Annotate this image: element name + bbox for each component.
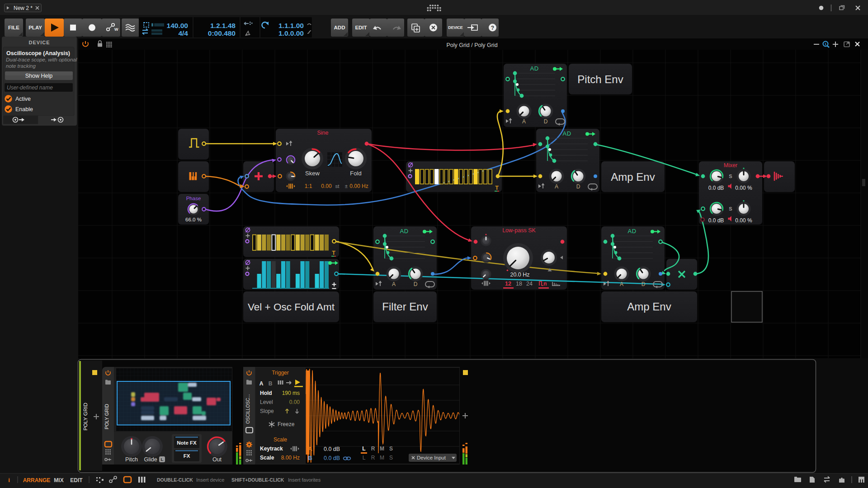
svg-text:S: S <box>389 455 393 461</box>
svg-text:Device Input: Device Input <box>417 455 446 460</box>
svg-text:DEVICE: DEVICE <box>29 40 50 45</box>
svg-text:Insert favorites: Insert favorites <box>288 477 321 483</box>
svg-text:A: A <box>259 380 264 387</box>
svg-text:Sine: Sine <box>317 130 328 136</box>
svg-text:L: L <box>362 446 365 452</box>
svg-text:A: A <box>555 183 558 190</box>
svg-text:L: L <box>363 455 366 461</box>
svg-text:190 ms: 190 ms <box>282 390 300 396</box>
svg-text:0.00 %: 0.00 % <box>735 185 752 191</box>
svg-text:T: T <box>495 185 499 191</box>
svg-text:D: D <box>576 183 580 190</box>
svg-text:Amp Env: Amp Env <box>627 300 671 313</box>
svg-text:0.00: 0.00 <box>289 399 300 405</box>
svg-text:1:1: 1:1 <box>305 183 312 189</box>
svg-text:M: M <box>380 446 384 452</box>
svg-text:Out: Out <box>212 456 222 463</box>
svg-text:B: B <box>308 455 312 461</box>
svg-text:Glide: Glide <box>144 456 157 463</box>
svg-text:OSCILLOSC...: OSCILLOSC... <box>245 394 250 424</box>
svg-text:DOUBLE-CLICK: DOUBLE-CLICK <box>157 477 193 483</box>
svg-text:Vel + Osc Fold Amt: Vel + Osc Fold Amt <box>248 301 335 313</box>
svg-text:?: ? <box>491 25 494 31</box>
svg-text:EDIT: EDIT <box>70 477 83 483</box>
svg-text:S: S <box>389 446 393 452</box>
svg-text:st: st <box>335 183 340 189</box>
svg-text:POLY GRID: POLY GRID <box>104 404 109 429</box>
svg-text:1: 1 <box>825 42 826 46</box>
svg-text:D: D <box>414 281 418 287</box>
svg-text:ARRANGE: ARRANGE <box>23 477 51 483</box>
svg-text:i: i <box>8 477 10 483</box>
svg-text:0.0 dB: 0.0 dB <box>324 446 340 452</box>
svg-text:0:00.480: 0:00.480 <box>208 29 236 37</box>
svg-text:66.0 %: 66.0 % <box>185 217 202 222</box>
svg-text:Level: Level <box>260 399 273 405</box>
svg-text:Amp Env: Amp Env <box>611 171 655 183</box>
svg-text:0.00 Hz: 0.00 Hz <box>349 183 368 189</box>
svg-text:18: 18 <box>516 281 522 287</box>
svg-text:T: T <box>332 250 335 256</box>
svg-text:24: 24 <box>526 281 533 287</box>
svg-text:POLY GRID: POLY GRID <box>83 403 88 431</box>
svg-text:M: M <box>380 455 384 461</box>
svg-text:R: R <box>371 455 375 461</box>
svg-text:Show Help: Show Help <box>25 73 52 79</box>
svg-text:SHIFT+DOUBLE-CLICK: SHIFT+DOUBLE-CLICK <box>231 477 284 483</box>
svg-text:AD: AD <box>530 65 538 72</box>
svg-text:AD: AD <box>627 228 636 235</box>
svg-text:Active: Active <box>15 96 31 102</box>
svg-text:Hold: Hold <box>260 390 272 396</box>
svg-text:20.0 Hz: 20.0 Hz <box>510 272 529 278</box>
svg-text:Freeze: Freeze <box>278 421 295 427</box>
svg-text:Note FX: Note FX <box>177 440 197 446</box>
svg-text:±: ± <box>345 183 348 189</box>
svg-text:Low-pass SK: Low-pass SK <box>502 227 536 234</box>
svg-text:AD: AD <box>562 130 571 137</box>
svg-text:W: W <box>114 27 118 32</box>
svg-text:Poly Grid / Poly Grid: Poly Grid / Poly Grid <box>446 42 497 48</box>
svg-text:1.0.0.00: 1.0.0.00 <box>278 29 304 37</box>
svg-text:Enable: Enable <box>15 106 33 113</box>
svg-text:User-defined name: User-defined name <box>7 84 53 91</box>
svg-text:Dual-trace scope, with optiona: Dual-trace scope, with optional <box>6 57 77 62</box>
svg-text:B: B <box>269 380 273 387</box>
svg-text:Skew: Skew <box>305 170 320 177</box>
svg-text:AD: AD <box>400 228 408 235</box>
svg-text:D: D <box>544 118 548 125</box>
svg-text:New 2 *: New 2 * <box>14 5 33 11</box>
svg-text:D: D <box>642 281 646 287</box>
svg-text:A: A <box>392 281 396 287</box>
svg-text:Pitch Env: Pitch Env <box>577 73 623 85</box>
svg-text:0.00: 0.00 <box>321 183 332 189</box>
svg-text:S: S <box>729 206 732 211</box>
svg-text:Filter Env: Filter Env <box>382 300 428 313</box>
svg-text:0.0 dB: 0.0 dB <box>708 185 724 191</box>
svg-text:Trigger: Trigger <box>272 370 289 376</box>
svg-text:Insert device: Insert device <box>196 477 224 483</box>
svg-text:Phase: Phase <box>186 196 201 201</box>
svg-text:0.0 dB: 0.0 dB <box>324 455 340 461</box>
svg-text:S: S <box>729 174 732 179</box>
svg-text:12: 12 <box>505 281 511 287</box>
svg-text:0.0 dB: 0.0 dB <box>708 217 724 224</box>
svg-text:Pitch: Pitch <box>125 456 138 463</box>
svg-text:R: R <box>371 446 375 452</box>
svg-text:Mixer: Mixer <box>724 162 738 169</box>
svg-text:4/4: 4/4 <box>178 29 188 37</box>
svg-text:1.1.1.00: 1.1.1.00 <box>278 22 304 29</box>
svg-text:Slope: Slope <box>260 408 274 414</box>
svg-text:Scale: Scale <box>260 455 274 461</box>
svg-text:1.2.1.48: 1.2.1.48 <box>210 22 236 29</box>
svg-text:0.00 %: 0.00 % <box>735 217 752 224</box>
svg-text:140.00: 140.00 <box>167 22 188 29</box>
svg-text:8.00 Hz: 8.00 Hz <box>281 455 300 461</box>
svg-text:A: A <box>620 281 623 287</box>
svg-text:A: A <box>308 446 312 452</box>
svg-text:A: A <box>522 118 526 125</box>
svg-text:Scale: Scale <box>274 436 287 443</box>
svg-text:Fold: Fold <box>350 170 361 177</box>
svg-text:FX: FX <box>184 453 190 459</box>
svg-text:MIX: MIX <box>54 477 63 483</box>
svg-text:L: L <box>161 457 164 462</box>
